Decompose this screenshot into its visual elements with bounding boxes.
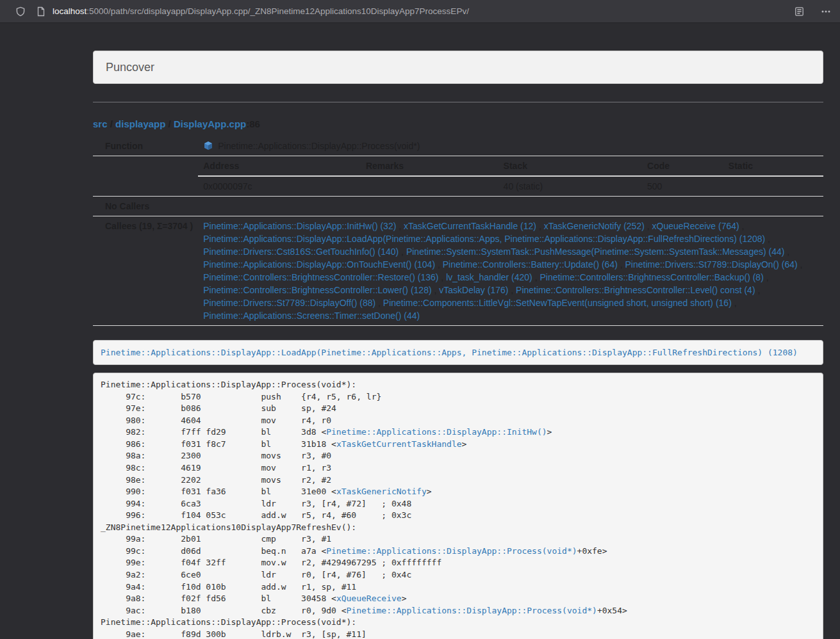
callee-separator: , [765,234,770,244]
breadcrumb-separator: / [108,118,116,129]
callee-link[interactable]: xTaskGetCurrentTaskHandle (12) [404,221,536,231]
overflow-menu-icon[interactable] [821,6,831,17]
breadcrumb-link-displayapp[interactable]: displayapp [115,118,165,129]
callee-separator: , [755,285,761,295]
symbol-table-header-row: AddressRemarksStackCodeStatic [198,156,823,176]
code-symbol-link[interactable]: xTaskGetCurrentTaskHandle [336,439,462,449]
function-row: Function Pinetime::Applications::Display… [93,136,823,156]
column-header-static: Static [723,156,823,176]
column-header-code: Code [642,156,723,176]
callee-link[interactable]: Pinetime::Drivers::Cst816S::GetTouchInfo… [203,247,399,257]
highlighted-symbol-box: Pinetime::Applications::DisplayApp::Load… [93,340,823,365]
callee-link[interactable]: Pinetime::Controllers::BrightnessControl… [203,272,438,282]
code-symbol-link[interactable]: Pinetime::Applications::DisplayApp::Proc… [347,606,597,615]
callee-link[interactable]: Pinetime::Controllers::BrightnessControl… [203,285,431,295]
value-stack: 40 (static) [498,176,642,196]
symbol-details-table: AddressRemarksStackCodeStatic 0x0000097c… [198,156,823,196]
callee-link[interactable]: Pinetime::Applications::DisplayApp::Load… [203,234,765,244]
callee-link[interactable]: Pinetime::Controllers::BrightnessControl… [516,285,755,295]
callee-link[interactable]: Pinetime::Drivers::St7789::DisplayOn() (… [625,259,798,270]
callee-link[interactable]: Pinetime::Applications::DisplayApp::Init… [203,221,396,231]
callee-separator: , [399,247,406,257]
section-divider [93,102,823,102]
callee-link[interactable]: Pinetime::System::SystemTask::PushMessag… [406,247,785,257]
callee-link[interactable]: lv_task_handler (420) [446,272,532,282]
callee-separator: , [432,285,440,295]
code-symbol-link[interactable]: Pinetime::Applications::DisplayApp::Proc… [326,546,577,556]
callee-separator: , [396,221,404,231]
callee-link[interactable]: Pinetime::Components::LittleVgl::SetNewT… [383,298,732,308]
column-header-remarks: Remarks [361,156,498,176]
callee-separator: , [438,272,446,282]
app-brand[interactable]: Puncover [106,61,154,74]
url-path: :5000/path/src/displayapp/DisplayApp.cpp… [86,6,469,16]
url-host: localhost [53,6,86,16]
value-address: 0x0000097c [198,176,361,196]
breadcrumb-link-src[interactable]: src [93,118,108,129]
callee-link[interactable]: xQueueReceive (764) [652,221,739,231]
callee-separator: , [798,259,803,270]
url-bar[interactable]: localhost:5000/path/src/displayapp/Displ… [53,6,787,16]
highlighted-symbol-link[interactable]: Pinetime::Applications::DisplayApp::Load… [101,348,798,357]
disassembly-pre: Pinetime::Applications::DisplayApp::Proc… [93,373,823,639]
callee-separator: , [536,221,544,231]
callee-link[interactable]: Pinetime::Controllers::BrightnessControl… [539,272,763,282]
callee-separator: , [375,298,383,308]
callee-separator: , [508,285,516,295]
callee-separator: , [532,272,540,282]
symbol-table: Function Pinetime::Applications::Display… [93,136,823,326]
function-label: Function [93,136,198,156]
breadcrumb: src / displayapp / DisplayApp.cpp:86 [93,118,823,130]
value-code: 500 [642,176,723,196]
callee-separator: , [618,259,625,270]
tracking-protection-shield-icon[interactable] [15,6,26,17]
code-symbol-link[interactable]: Pinetime::Applications::DisplayApp::Init… [326,427,547,437]
code-symbol-link[interactable]: xQueueReceive [336,594,402,603]
page-content: Puncover src / displayapp / DisplayApp.c… [93,51,823,639]
no-callers-empty-cell [198,197,823,216]
column-header-stack: Stack [498,156,642,176]
page-info-icon[interactable] [37,6,45,17]
callee-link[interactable]: xTaskGenericNotify (252) [544,221,645,231]
callee-link[interactable]: Pinetime::Drivers::St7789::DisplayOff() … [203,298,375,308]
reader-view-icon[interactable] [795,6,804,17]
details-row-spacer [93,156,198,197]
app-navbar: Puncover [93,51,823,84]
callees-label: Callees (19, Σ=3704 ) [93,216,198,326]
callee-link[interactable]: Pinetime::Controllers::Battery::Update()… [443,259,618,270]
no-callers-label: No Callers [93,197,198,216]
value-static [723,176,823,196]
callee-separator: , [739,221,745,231]
callee-link[interactable]: Pinetime::Applications::DisplayApp::OnTo… [203,259,435,270]
callees-list: Pinetime::Applications::DisplayApp::Init… [203,220,818,322]
column-header-address: Address [198,156,361,176]
symbol-table-value-row: 0x0000097c40 (static)500 [198,176,823,196]
callee-separator: , [645,221,652,231]
callee-link[interactable]: Pinetime::Applications::Screens::Timer::… [203,311,420,321]
function-name: Pinetime::Applications::DisplayApp::Proc… [218,140,420,152]
callee-separator: , [435,259,443,270]
no-callers-row: No Callers [93,197,823,216]
browser-toolbar: localhost:5000/path/src/displayapp/Displ… [0,0,840,23]
callee-link[interactable]: vTaskDelay (176) [439,285,508,295]
breadcrumb-line-number: :86 [246,118,260,129]
details-row: AddressRemarksStackCodeStatic 0x0000097c… [93,156,823,197]
function-type-icon [203,141,213,151]
value-remarks [361,176,498,196]
callees-row: Callees (19, Σ=3704 ) Pinetime::Applicat… [93,216,823,326]
code-symbol-link[interactable]: xTaskGenericNotify [336,487,427,496]
callee-separator: , [764,272,769,282]
breadcrumb-separator: / [165,118,174,129]
callee-separator: , [732,298,737,308]
breadcrumb-link-DisplayApp.cpp[interactable]: DisplayApp.cpp [174,118,246,129]
callee-separator: , [784,247,789,257]
